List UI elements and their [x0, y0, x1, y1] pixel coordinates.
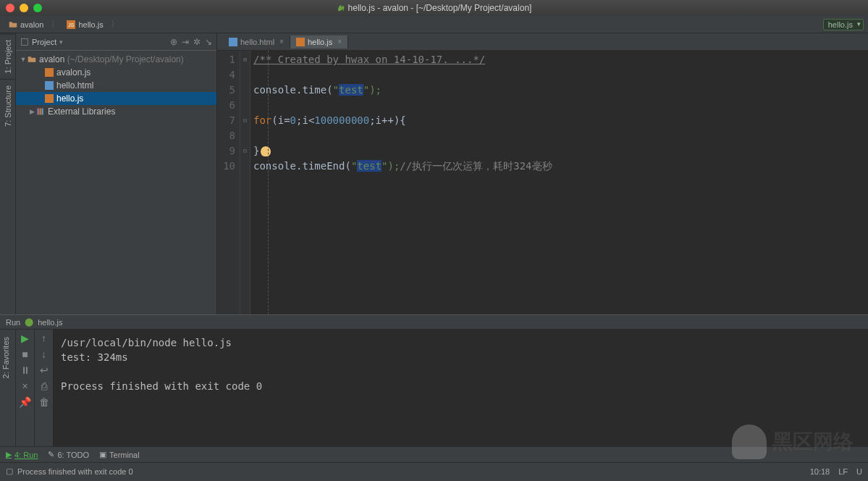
breadcrumb: avalon 〉 JS hello.js 〉 [4, 18, 119, 30]
pin-icon[interactable]: 📌 [19, 396, 31, 408]
tool-window-terminal[interactable]: ▣ Terminal [99, 450, 140, 459]
chevron-right-icon: 〉 [51, 18, 59, 30]
js-icon: JS [67, 20, 75, 29]
line-gutter: 1 4 5 6 7 8 9 10 [217, 51, 240, 314]
breadcrumb-item[interactable]: JS hello.js [62, 19, 107, 30]
js-icon [45, 94, 54, 103]
tree-file-label: avalon.js [56, 67, 90, 78]
library-icon [36, 107, 45, 116]
terminal-icon: ▣ [99, 450, 106, 459]
svg-rect-10 [296, 38, 305, 46]
js-icon [45, 68, 54, 77]
close-icon[interactable]: × [337, 38, 342, 46]
code-text[interactable]: /** Created by hwax on 14-10-17. ...*/ c… [250, 51, 868, 314]
tool-window-tab-project[interactable]: 1: Project [0, 33, 15, 79]
tree-file[interactable]: hello.js [16, 92, 216, 105]
todo-icon: ✎ [48, 450, 54, 459]
run-left-gutter: 2: Favorites [0, 330, 16, 446]
editor-tab[interactable]: hello.html × [223, 35, 290, 49]
hide-icon[interactable]: ↘ [205, 37, 212, 47]
clear-icon[interactable]: 🗑 [39, 396, 49, 408]
fold-icon[interactable]: ⊟ [240, 113, 250, 128]
project-sidebar: Project ▾ ⊕ ⇥ ✲ ↘ ▼ avalon (~/Desktop/My… [16, 33, 217, 314]
project-tree: ▼ avalon (~/Desktop/My Project/avalon) a… [16, 51, 216, 120]
wrap-icon[interactable]: ↩ [40, 364, 49, 376]
tree-libraries-label: External Libraries [48, 106, 115, 117]
left-gutter: 1: Project 7: Structure [0, 33, 16, 314]
tab-label: hello.html [240, 38, 274, 46]
window-title: hello.js - avalon - [~/Desktop/My Projec… [0, 3, 868, 13]
svg-rect-2 [22, 38, 28, 45]
breadcrumb-item[interactable]: avalon [4, 19, 48, 30]
tree-file[interactable]: hello.html [16, 79, 216, 92]
tree-file-label: hello.js [56, 93, 83, 104]
sidebar-title: Project [32, 38, 56, 46]
svg-text:JS: JS [69, 22, 75, 28]
intention-bulb-icon[interactable] [261, 146, 271, 156]
tool-window-tab-structure[interactable]: 7: Structure [0, 79, 15, 133]
print-icon[interactable]: ⎙ [41, 380, 47, 392]
play-icon: ▶ [6, 450, 12, 459]
close-icon[interactable]: × [279, 38, 284, 46]
fold-gutter: ⊞ ⊟ ⊟ [240, 51, 250, 314]
svg-rect-6 [38, 109, 39, 115]
close-icon[interactable]: × [22, 380, 28, 392]
tab-label: hello.js [308, 38, 332, 46]
run-label: Run [6, 318, 20, 327]
tree-root-label: avalon [39, 54, 64, 64]
breadcrumb-bar: avalon 〉 JS hello.js 〉 hello.js [0, 16, 868, 33]
run-panel-header: Run ⬤ hello.js [0, 315, 868, 330]
tree-file[interactable]: avalon.js [16, 66, 216, 79]
status-icon[interactable]: ▢ [6, 467, 13, 476]
run-output[interactable]: /usr/local/bin/node hello.js test: 324ms… [54, 330, 868, 446]
folder-icon [9, 20, 17, 29]
stop-icon[interactable]: ■ [22, 348, 28, 360]
run-config-label: hello.js [828, 20, 853, 29]
svg-rect-7 [40, 109, 41, 115]
gear-icon[interactable]: ✲ [193, 37, 201, 47]
tool-window-run[interactable]: ▶ 4: Run [6, 450, 38, 459]
up-icon[interactable]: ↑ [41, 332, 46, 344]
editor-tabs: hello.html × hello.js × [217, 33, 868, 51]
svg-rect-4 [45, 81, 54, 90]
js-icon [296, 38, 305, 46]
chevron-right-icon[interactable]: ▶ [28, 108, 36, 115]
breadcrumb-label: hello.js [78, 20, 103, 29]
svg-rect-8 [42, 109, 43, 115]
bottom-toolbar: ▶ 4: Run ✎ 6: TODO ▣ Terminal [0, 446, 868, 462]
rerun-icon[interactable]: ▶ [21, 332, 29, 344]
html-icon [229, 38, 237, 46]
down-icon[interactable]: ↓ [41, 348, 46, 360]
encoding[interactable]: U [856, 467, 862, 476]
editor-tab[interactable]: hello.js × [290, 35, 348, 49]
chevron-down-icon[interactable]: ▾ [59, 38, 63, 46]
sidebar-header: Project ▾ ⊕ ⇥ ✲ ↘ [16, 33, 216, 51]
status-bar: ▢ Process finished with exit code 0 10:1… [0, 462, 868, 480]
titlebar: hello.js - avalon - [~/Desktop/My Projec… [0, 0, 868, 16]
run-toolbar-col2: ↑ ↓ ↩ ⎙ 🗑 [35, 330, 54, 446]
svg-rect-9 [229, 38, 237, 46]
code-area[interactable]: 1 4 5 6 7 8 9 10 ⊞ ⊟ ⊟ /** Created by hw… [217, 51, 868, 314]
pause-icon[interactable]: ⏸ [20, 364, 30, 376]
chevron-right-icon: 〉 [111, 18, 119, 30]
line-separator[interactable]: LF [838, 467, 848, 476]
tree-root-path: (~/Desktop/My Project/avalon) [67, 54, 184, 64]
status-message: Process finished with exit code 0 [17, 467, 133, 476]
tool-window-todo[interactable]: ✎ 6: TODO [48, 450, 89, 459]
run-target: hello.js [38, 318, 62, 327]
tree-libraries[interactable]: ▶ External Libraries [16, 105, 216, 118]
fold-icon[interactable]: ⊟ [240, 143, 250, 159]
tree-root[interactable]: ▼ avalon (~/Desktop/My Project/avalon) [16, 53, 216, 66]
tool-window-tab-favorites[interactable]: 2: Favorites [0, 330, 15, 385]
run-config-selector[interactable]: hello.js [823, 19, 864, 30]
folder-icon [28, 55, 36, 64]
indent-guide [268, 51, 269, 314]
locate-icon[interactable]: ⊕ [170, 37, 177, 47]
run-panel: Run ⬤ hello.js 2: Favorites ▶ ■ ⏸ × 📌 ↑ … [0, 314, 868, 446]
chevron-down-icon[interactable]: ▼ [19, 56, 28, 63]
collapse-icon[interactable]: ⇥ [182, 37, 189, 47]
editor: hello.html × hello.js × 1 4 5 6 7 8 9 10… [217, 33, 868, 314]
fold-icon[interactable]: ⊞ [240, 52, 250, 67]
run-toolbar-col1: ▶ ■ ⏸ × 📌 [16, 330, 35, 446]
cursor-position[interactable]: 10:18 [810, 467, 830, 476]
